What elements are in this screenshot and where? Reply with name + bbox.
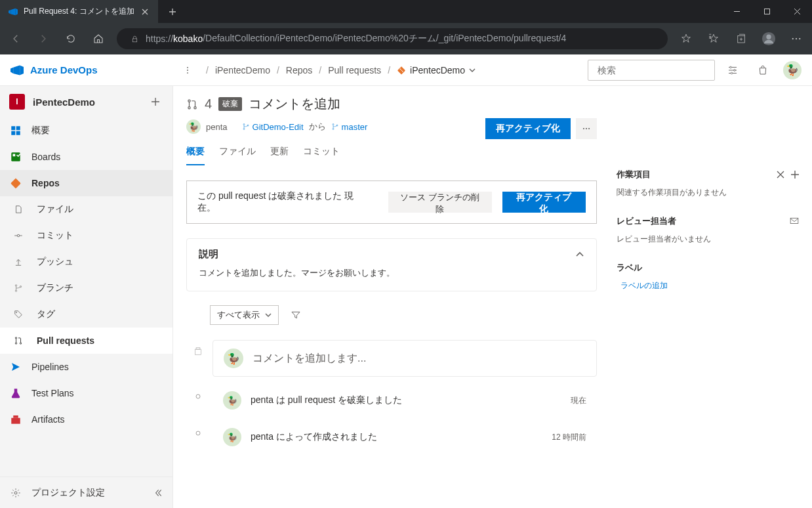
work-items-head-label: 作業項目 [617,169,651,180]
add-label-link[interactable]: ラベルの追加 [620,281,668,290]
favorites-list-icon[interactable] [700,26,727,51]
sidebar-item-repos[interactable]: Repos [0,170,173,196]
back-button[interactable] [3,26,29,51]
home-button[interactable] [85,26,112,51]
svg-marker-2 [16,8,18,15]
target-branch[interactable]: master [331,122,368,132]
svg-point-21 [734,69,736,71]
svg-point-54 [196,394,200,398]
sidebar-item-label: コミット [37,230,73,242]
close-window-button[interactable] [782,0,812,23]
work-items-section: 作業項目 関連する作業項目がありません [617,169,799,198]
window-controls [721,0,812,23]
comment-input-card[interactable]: 🦆 コメントを追加します... [213,340,597,377]
sidebar-item-pipelines[interactable]: Pipelines [0,354,173,380]
svg-point-16 [187,72,188,74]
sidebar-project[interactable]: I iPentecDemo [0,86,173,117]
svg-point-22 [731,72,733,74]
shopping-bag-icon[interactable] [750,60,775,81]
sidebar-item-boards[interactable]: Boards [0,144,173,170]
description-header[interactable]: 説明 [199,248,584,261]
sidebar: I iPentecDemo 概要 Boards Repos ファイル コミット … [0,86,173,508]
svg-marker-13 [20,65,24,75]
crumb-project[interactable]: iPentecDemo [215,65,270,75]
source-branch[interactable]: GitDemo-Edit [242,122,304,132]
tab-updates[interactable]: 更新 [270,142,289,165]
svg-point-34 [15,337,16,339]
pr-number: 4 [205,96,212,112]
add-work-item-icon[interactable] [791,171,799,179]
minimize-button[interactable] [721,0,752,23]
svg-point-30 [15,285,16,286]
address-bar[interactable]: https://kobako/DefaultCollection/iPentec… [117,28,668,49]
svg-point-33 [16,312,17,313]
chevron-up-icon[interactable] [575,250,584,259]
profile-avatar-icon[interactable] [756,26,782,51]
app-header: Azure DevOps / iPentecDemo / Repos / Pul… [0,54,812,86]
sidebar-item-artifacts[interactable]: Artifacts [0,406,173,433]
actor-avatar: 🦆 [223,428,241,446]
boards-icon [9,150,22,163]
svg-rect-52 [196,348,200,349]
tab-overview[interactable]: 概要 [186,142,205,165]
maximize-button[interactable] [752,0,782,23]
add-reviewer-icon[interactable] [790,217,799,226]
sidebar-item-pushes[interactable]: プッシュ [0,249,173,275]
show-all-dropdown[interactable]: すべて表示 [210,305,279,325]
crumb-repo-selector[interactable]: iPentecDemo [397,65,476,75]
svg-point-15 [187,70,188,71]
more-menu-icon[interactable] [783,26,809,51]
from-label: から [309,121,326,133]
chevron-down-icon [469,67,476,74]
svg-point-35 [15,343,16,344]
tab-files[interactable]: ファイル [219,142,256,165]
author-avatar: 🦆 [186,119,201,134]
sidebar-item-files[interactable]: ファイル [0,196,173,222]
filter-icon[interactable] [285,305,306,326]
svg-rect-3 [764,9,769,14]
favorite-star-icon[interactable] [673,26,699,51]
refresh-button[interactable] [58,26,84,51]
sidebar-item-test-plans[interactable]: Test Plans [0,380,173,406]
tab-commits[interactable]: コミット [303,142,340,165]
settings-icon[interactable] [720,60,745,81]
sidebar-item-tags[interactable]: タグ [0,301,173,328]
more-actions-icon[interactable] [576,118,597,139]
crumb-sep: / [277,65,279,75]
new-tab-button[interactable] [163,3,182,21]
forward-button[interactable] [30,26,56,51]
test-plans-icon [9,387,22,400]
branch-icon [331,123,339,131]
svg-rect-24 [16,126,20,130]
svg-marker-0 [9,10,11,14]
svg-rect-37 [11,418,20,424]
sidebar-project-settings[interactable]: プロジェクト設定 [0,476,173,508]
tags-icon [12,308,25,321]
collections-icon[interactable] [728,26,754,51]
crumb-pull-requests[interactable]: Pull requests [328,65,381,75]
reviewers-head-label: レビュー担当者 [617,215,676,227]
browser-tab[interactable]: Pull Request 4: コメントを追加 [0,0,158,23]
collapse-sidebar-icon[interactable] [153,488,163,498]
close-icon[interactable] [777,171,784,179]
sidebar-item-commits[interactable]: コミット [0,222,173,249]
header-more-icon[interactable] [181,60,194,81]
reactivate-button-banner[interactable]: 再アクティブ化 [502,192,586,213]
reactivate-button-top[interactable]: 再アクティブ化 [485,118,571,139]
crumb-sep: / [388,65,390,75]
sidebar-item-overview[interactable]: 概要 [0,117,173,144]
sidebar-item-branches[interactable]: ブランチ [0,275,173,301]
tab-close-icon[interactable] [140,7,150,17]
svg-rect-53 [195,349,201,354]
dropdown-label: すべて表示 [217,309,260,321]
sidebar-item-pull-requests[interactable]: Pull requests [0,328,173,354]
search-field[interactable] [598,65,712,75]
user-avatar[interactable]: 🦆 [783,61,802,79]
azure-devops-brand[interactable]: Azure DevOps [10,64,173,77]
delete-source-branch-button[interactable]: ソース ブランチの削除 [388,192,492,213]
svg-point-49 [583,128,584,129]
project-add-icon[interactable] [148,94,163,110]
crumb-repos[interactable]: Repos [286,65,312,75]
timeline-dot [193,424,203,436]
search-input[interactable] [588,60,715,81]
